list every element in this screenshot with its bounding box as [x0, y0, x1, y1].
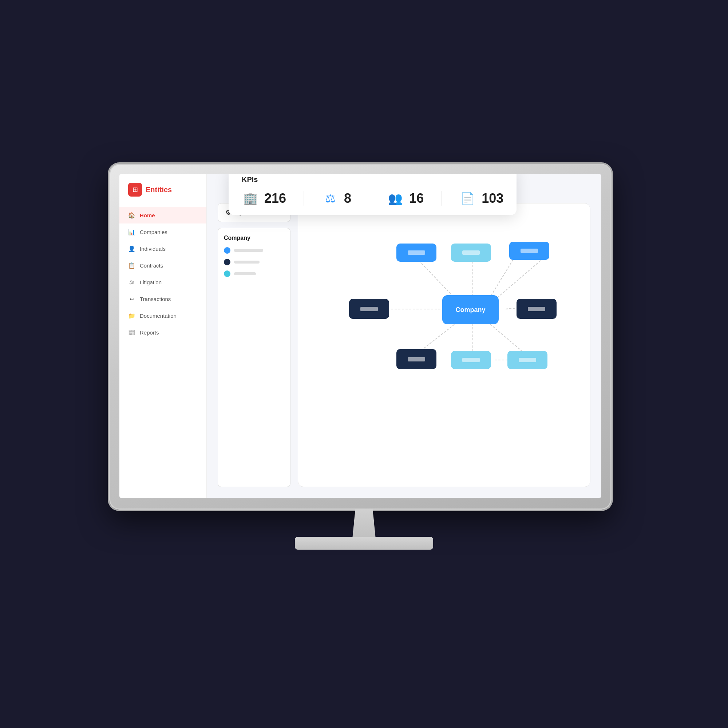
node-bar	[528, 307, 545, 311]
dot-dark	[224, 259, 230, 265]
people-kpi-icon: 👥	[387, 190, 404, 207]
documentation-icon: 📁	[128, 312, 135, 319]
logo-icon-symbol: ⊞	[133, 186, 138, 194]
sidebar-label-home: Home	[140, 212, 155, 219]
sidebar-label-companies: Companies	[140, 229, 167, 235]
node-bar	[520, 249, 538, 253]
company-card-row-3	[224, 271, 284, 277]
sidebar-label-documentation: Documentation	[140, 313, 177, 319]
monitor-bezel: ⊞ Entities 🏠 Home 📊 Companies 👤 I	[109, 164, 612, 509]
monitor-outer: ⊞ Entities 🏠 Home 📊 Companies 👤 I	[109, 164, 619, 564]
kpi-item-gavel: ⚖ 8	[321, 190, 351, 207]
sidebar-label-individuals: Individuals	[140, 246, 166, 252]
diagram-canvas: Company	[298, 203, 590, 487]
logo-text: Entities	[145, 186, 172, 194]
monitor-neck	[349, 509, 379, 539]
kpi-value-people: 16	[409, 191, 424, 206]
kpi-divider-3	[441, 191, 442, 206]
kpi-value-document: 103	[482, 191, 503, 206]
individuals-icon: 👤	[128, 245, 135, 252]
node-top-center-light[interactable]	[451, 243, 491, 262]
buildings-kpi-icon: 🏢	[242, 190, 259, 207]
svg-line-7	[487, 322, 524, 353]
node-bar	[519, 358, 536, 362]
node-bar	[360, 307, 378, 311]
contracts-icon: 📋	[128, 262, 135, 269]
gavel-kpi-icon: ⚖	[321, 190, 339, 207]
sidebar-item-individuals[interactable]: 👤 Individuals	[119, 240, 206, 257]
kpi-items: 🏢 216 ⚖ 8 👥 16	[242, 190, 503, 207]
sidebar: ⊞ Entities 🏠 Home 📊 Companies 👤 I	[119, 174, 207, 498]
company-card-title: Company	[224, 235, 284, 241]
sidebar-item-transactions[interactable]: ↩ Transactions	[119, 291, 206, 307]
row-line-2	[234, 261, 260, 263]
dot-blue	[224, 247, 230, 254]
company-card-row-1	[224, 247, 284, 254]
diagram-area: ⚙ Options Company	[207, 174, 601, 498]
sidebar-item-litigation[interactable]: ⚖ Litigation	[119, 274, 206, 291]
transactions-icon: ↩	[128, 295, 135, 303]
node-top-right-blue[interactable]	[509, 242, 549, 260]
monitor-screen: ⊞ Entities 🏠 Home 📊 Companies 👤 I	[119, 174, 601, 498]
node-top-left-blue[interactable]	[396, 243, 436, 262]
kpi-item-people: 👥 16	[387, 190, 424, 207]
monitor-base	[295, 537, 433, 550]
kpi-value-gavel: 8	[344, 191, 351, 206]
node-bottom-right-light[interactable]	[508, 351, 548, 369]
app-layout: ⊞ Entities 🏠 Home 📊 Companies 👤 I	[119, 174, 601, 498]
node-left-dark[interactable]	[349, 299, 389, 319]
kpi-item-buildings: 🏢 216	[242, 190, 286, 207]
sidebar-item-documentation[interactable]: 📁 Documentation	[119, 307, 206, 324]
company-info-card: Company	[218, 228, 291, 487]
sidebar-item-home[interactable]: 🏠 Home	[119, 207, 206, 223]
company-card-row-2	[224, 259, 284, 265]
document-kpi-icon: 📄	[459, 190, 476, 207]
sidebar-label-reports: Reports	[140, 329, 159, 336]
node-bar	[408, 357, 425, 361]
node-bottom-left-dark[interactable]	[396, 349, 436, 369]
home-icon: 🏠	[128, 211, 135, 219]
kpi-item-document: 📄 103	[459, 190, 503, 207]
node-center[interactable]: Company	[442, 295, 499, 324]
sidebar-logo: ⊞ Entities	[119, 183, 206, 207]
node-bar	[408, 251, 425, 255]
sidebar-label-contracts: Contracts	[140, 262, 163, 269]
reports-icon: 📰	[128, 329, 135, 336]
node-bar	[462, 251, 480, 255]
row-line-1	[234, 249, 263, 252]
main-content: KPIs 🏢 216 ⚖ 8	[207, 174, 601, 498]
sidebar-label-litigation: Litigation	[140, 279, 162, 285]
kpi-title: KPIs	[242, 176, 503, 184]
kpi-divider-2	[369, 191, 369, 206]
sidebar-item-contracts[interactable]: 📋 Contracts	[119, 257, 206, 274]
svg-line-5	[418, 320, 460, 353]
companies-icon: 📊	[128, 228, 135, 236]
litigation-icon: ⚖	[128, 278, 135, 286]
sidebar-item-companies[interactable]: 📊 Companies	[119, 223, 206, 240]
sidebar-item-reports[interactable]: 📰 Reports	[119, 324, 206, 341]
node-bar	[462, 358, 480, 362]
sidebar-label-transactions: Transactions	[140, 296, 171, 302]
center-node-label: Company	[455, 306, 485, 314]
kpi-card: KPIs 🏢 216 ⚖ 8	[229, 174, 517, 215]
logo-icon: ⊞	[128, 183, 142, 197]
dot-cyan	[224, 271, 230, 277]
svg-line-3	[495, 256, 546, 300]
kpi-value-buildings: 216	[264, 191, 286, 206]
node-bottom-center-light[interactable]	[451, 351, 491, 369]
kpi-divider-1	[304, 191, 304, 206]
row-line-3	[234, 272, 256, 275]
left-panel: ⚙ Options Company	[218, 203, 291, 487]
node-right-dark[interactable]	[517, 299, 557, 319]
